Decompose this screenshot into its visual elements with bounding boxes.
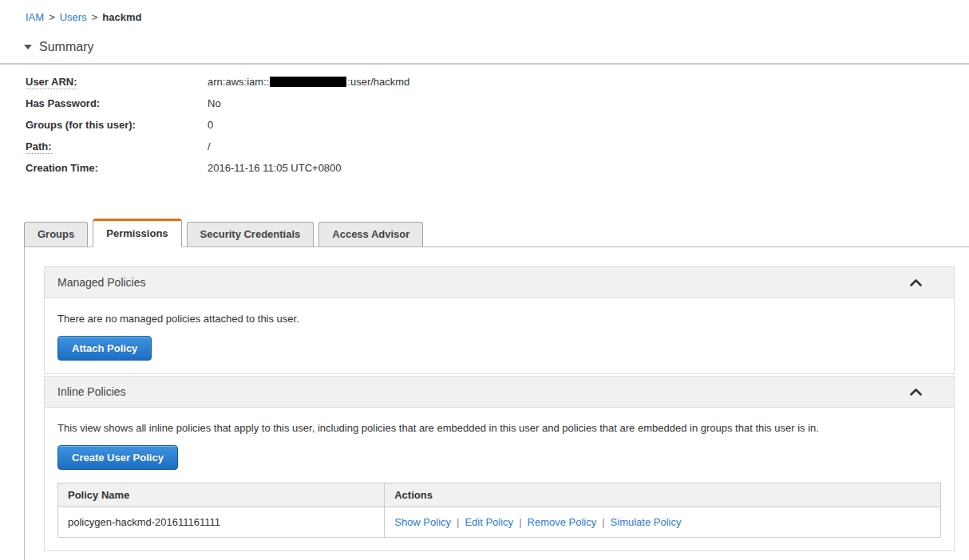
- field-label-text: User ARN:: [26, 76, 77, 89]
- managed-policies-title: Managed Policies: [57, 276, 146, 289]
- column-header-actions: Actions: [385, 483, 941, 507]
- breadcrumb-link-users[interactable]: Users: [60, 11, 87, 23]
- edit-policy-link[interactable]: Edit Policy: [465, 516, 513, 528]
- field-value: No: [208, 97, 221, 109]
- permissions-tab-panel: Managed Policies There are no managed po…: [24, 246, 969, 560]
- caret-down-icon: [24, 45, 32, 49]
- create-user-policy-button[interactable]: Create User Policy: [57, 445, 178, 470]
- table-row: policygen-hackmd-201611161111 Show Polic…: [58, 507, 941, 538]
- managed-policies-empty-text: There are no managed policies attached t…: [57, 313, 941, 325]
- breadcrumb-separator: >: [92, 11, 98, 23]
- field-label: User ARN:: [26, 76, 208, 88]
- show-policy-link[interactable]: Show Policy: [394, 516, 451, 528]
- arn-prefix: arn:aws:iam::: [208, 76, 269, 88]
- arn-suffix: :user/hackmd: [347, 76, 409, 88]
- field-label: Path:: [26, 140, 208, 152]
- tab-bar: Groups Permissions Security Credentials …: [24, 219, 969, 247]
- managed-policies-body: There are no managed policies attached t…: [45, 298, 954, 373]
- summary-header[interactable]: Summary: [24, 37, 969, 57]
- policy-name-cell: policygen-hackmd-201611161111: [58, 507, 385, 538]
- breadcrumb-current-user: hackmd: [102, 11, 141, 23]
- action-separator: |: [602, 516, 604, 528]
- remove-policy-link[interactable]: Remove Policy: [528, 516, 597, 528]
- policy-actions-cell: Show Policy|Edit Policy|Remove Policy|Si…: [385, 507, 941, 538]
- field-has-password: Has Password: No: [26, 97, 969, 119]
- inline-policies-section: Inline Policies This view shows all inli…: [44, 376, 955, 551]
- chevron-up-icon: [910, 388, 922, 396]
- simulate-policy-link[interactable]: Simulate Policy: [611, 516, 682, 528]
- inline-policies-title: Inline Policies: [57, 385, 126, 398]
- field-value: /: [208, 140, 211, 152]
- redacted-account-id: [270, 77, 346, 87]
- tab-permissions[interactable]: Permissions: [93, 219, 181, 247]
- inline-policies-body: This view shows all inline policies that…: [45, 408, 954, 550]
- tab-groups[interactable]: Groups: [24, 222, 88, 247]
- field-label: Groups (for this user):: [26, 119, 208, 131]
- field-label-text: Path:: [26, 140, 52, 154]
- tab-access-advisor[interactable]: Access Advisor: [318, 222, 423, 247]
- field-user-arn: User ARN: arn:aws:iam:::user/hackmd: [26, 76, 969, 97]
- breadcrumb-separator: >: [49, 11, 55, 23]
- field-path: Path: /: [26, 140, 969, 162]
- tab-security-credentials[interactable]: Security Credentials: [187, 222, 314, 247]
- field-value: 0: [208, 119, 213, 131]
- table-header-row: Policy Name Actions: [58, 483, 941, 507]
- field-label: Creation Time:: [26, 162, 208, 174]
- inline-policies-header: Inline Policies: [45, 377, 954, 408]
- attach-policy-button[interactable]: Attach Policy: [57, 336, 152, 361]
- chevron-up-icon: [910, 279, 922, 286]
- summary-fields: User ARN: arn:aws:iam:::user/hackmd Has …: [26, 76, 969, 183]
- field-label: Has Password:: [26, 97, 208, 109]
- breadcrumb: IAM>Users>hackmd: [0, 0, 969, 23]
- user-arn-value: arn:aws:iam:::user/hackmd: [208, 76, 409, 89]
- summary-title: Summary: [39, 40, 93, 54]
- managed-policies-section: Managed Policies There are no managed po…: [44, 266, 955, 374]
- action-separator: |: [457, 516, 459, 528]
- managed-policies-header: Managed Policies: [45, 267, 954, 298]
- column-header-policy-name: Policy Name: [58, 483, 385, 507]
- field-creation-time: Creation Time: 2016-11-16 11:05 UTC+0800: [26, 162, 969, 183]
- inline-policies-description: This view shows all inline policies that…: [57, 422, 941, 434]
- breadcrumb-link-iam[interactable]: IAM: [26, 11, 44, 23]
- action-separator: |: [519, 516, 521, 528]
- managed-policies-collapse-button[interactable]: [910, 279, 941, 286]
- summary-divider: [0, 63, 969, 65]
- inline-policies-collapse-button[interactable]: [910, 388, 941, 396]
- field-value: 2016-11-16 11:05 UTC+0800: [208, 162, 342, 174]
- inline-policies-table: Policy Name Actions policygen-hackmd-201…: [57, 483, 941, 538]
- field-groups: Groups (for this user): 0: [26, 119, 969, 140]
